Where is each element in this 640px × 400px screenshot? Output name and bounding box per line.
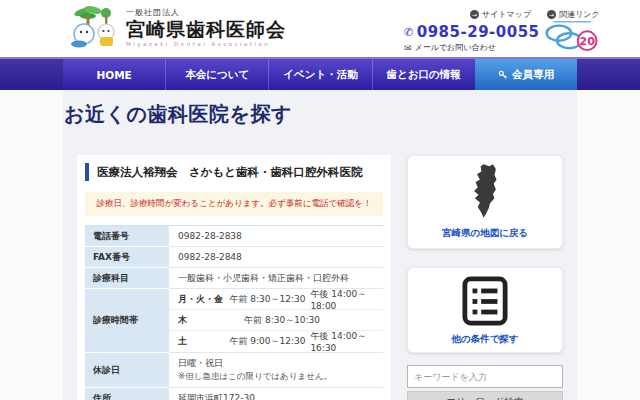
org-text: 一般社団法人 宮崎県歯科医師会 Miyazaki Dental Associat… [126, 7, 286, 47]
other-conditions-link[interactable]: 他の条件で探す [408, 333, 562, 346]
clinic-name-heading: 医療法人裕翔会 さかもと歯科・歯科口腔外科医院 [85, 163, 383, 181]
hours-days: 月・火・金 [178, 293, 229, 306]
conditions-list-icon [462, 276, 508, 326]
hours-row: 土 午前 9:00～12:30 午後 14:00～16:30 [169, 331, 383, 352]
miyazaki-map-icon [466, 162, 504, 220]
nav-tab-home[interactable]: HOME [63, 59, 165, 90]
key-icon [498, 70, 508, 80]
hours-days: 木 [178, 314, 244, 327]
row-label: FAX番号 [85, 247, 169, 268]
org-name: 宮崎県歯科医師会 [126, 18, 286, 40]
org-name-en: Miyazaki Dental Association [126, 41, 286, 47]
hours-am: 午前 8:30～10:30 [244, 314, 348, 327]
row-value: 日曜・祝日 ※但し急患はこの限りではありません。 [169, 353, 383, 388]
table-row-hours: 診療時間帯 月・火・金 午前 8:30～12:30 午後 14:00～18:00… [85, 289, 383, 353]
nav-tab-label: 歯とお口の情報 [387, 68, 461, 82]
clinic-notice: 診療日、診療時間が変わることがあります。必ず事前に電話で確認を！ [85, 192, 383, 216]
phone-link[interactable]: ✆ 0985-29-0055 [404, 23, 540, 41]
arrow-circle-icon: → [470, 10, 479, 19]
hours-row: 木 午前 8:30～10:30 [169, 310, 383, 331]
site-logo[interactable]: 一般社団法人 宮崎県歯科医師会 Miyazaki Dental Associat… [70, 4, 286, 50]
row-value: 延岡市浜町172-30 [169, 388, 383, 400]
hours-row: 月・火・金 午前 8:30～12:30 午後 14:00～18:00 [169, 289, 383, 310]
related-links-link[interactable]: → 関連リンク [547, 9, 600, 20]
table-row-address: 住所 延岡市浜町172-30 [85, 388, 383, 400]
nav-tab-label: 会員専用 [512, 68, 554, 82]
hours-am: 午前 8:30～12:30 [229, 293, 310, 306]
page: 一般社団法人 宮崎県歯科医師会 Miyazaki Dental Associat… [0, 0, 640, 400]
row-label: 診療科目 [85, 268, 169, 289]
main-nav: HOME 本会について イベント・活動 歯とお口の情報 会員専用 [0, 57, 640, 90]
row-label: 診療時間帯 [85, 289, 169, 353]
nav-tab-label: 本会について [185, 68, 249, 82]
closed-note: ※但し急患はこの限りではありません。 [178, 370, 374, 383]
svg-text:20: 20 [579, 35, 595, 48]
badge-8020: 20 [540, 20, 608, 56]
header-contact: ✆ 0985-29-0055 ✉ メールでお問い合わせ [404, 23, 540, 53]
nav-tab-label: HOME [96, 69, 131, 81]
nav-tab-label: イベント・活動 [283, 68, 357, 82]
hours-days: 土 [178, 335, 229, 348]
nav-tab-events[interactable]: イベント・活動 [268, 59, 371, 90]
nav-tabs: HOME 本会について イベント・活動 歯とお口の情報 会員専用 [63, 59, 577, 90]
row-label: 休診日 [85, 353, 169, 388]
hours-am: 午前 9:00～12:30 [229, 335, 310, 348]
mail-contact-label: メールでお問い合わせ [415, 42, 496, 53]
row-label: 電話番号 [85, 226, 169, 247]
table-row-phone: 電話番号 0982-28-2838 [85, 226, 383, 247]
org-prefix: 一般社団法人 [126, 7, 286, 18]
row-value: 月・火・金 午前 8:30～12:30 午後 14:00～18:00 木 午前 … [169, 289, 383, 353]
hours-pm: 午後 14:00～18:00 [310, 288, 374, 311]
sitemap-link-label: サイトマップ [482, 9, 531, 20]
mail-icon: ✉ [404, 43, 412, 53]
clinic-detail-table: 電話番号 0982-28-2838 FAX番号 0982-28-2848 診療科… [85, 225, 383, 400]
phone-number: 0985-29-0055 [417, 23, 540, 41]
related-links-label: 関連リンク [559, 9, 600, 20]
map-back-card[interactable]: 宮崎県の地図に戻る [407, 155, 563, 249]
nav-tab-members[interactable]: 会員専用 [475, 59, 577, 90]
row-value: 0982-28-2838 [169, 226, 383, 247]
mascot-logo-icon [70, 4, 122, 50]
row-label: 住所 [85, 388, 169, 400]
table-row-departments: 診療科目 一般歯科・小児歯科・矯正歯科・口腔外科 [85, 268, 383, 289]
page-title: お近くの歯科医院を探す [64, 101, 292, 128]
nav-tab-oral-info[interactable]: 歯とお口の情報 [372, 59, 475, 90]
row-value: 0982-28-2848 [169, 247, 383, 268]
table-row-closed: 休診日 日曜・祝日 ※但し急患はこの限りではありません。 [85, 353, 383, 388]
freeword-search-button[interactable]: フリーワード検索 [407, 391, 563, 400]
nav-tab-about[interactable]: 本会について [165, 59, 268, 90]
badge-8020-icon: 20 [540, 20, 608, 52]
sidebar: 宮崎県の地図に戻る 他の条件で探す フリーワード検索 [407, 155, 563, 400]
header-utility-links: → サイトマップ → 関連リンク [470, 9, 600, 20]
closed-days: 日曜・祝日 [178, 357, 374, 370]
table-row-fax: FAX番号 0982-28-2848 [85, 247, 383, 268]
other-conditions-card[interactable]: 他の条件で探す [407, 267, 563, 353]
arrow-circle-icon: → [547, 10, 556, 19]
clinic-detail-card: 医療法人裕翔会 さかもと歯科・歯科口腔外科医院 診療日、診療時間が変わることがあ… [77, 155, 391, 400]
row-value: 一般歯科・小児歯科・矯正歯科・口腔外科 [169, 268, 383, 289]
hours-pm: 午後 14:00～16:30 [310, 330, 374, 353]
mail-contact-link[interactable]: ✉ メールでお問い合わせ [404, 42, 540, 53]
site-header: 一般社団法人 宮崎県歯科医師会 Miyazaki Dental Associat… [0, 0, 640, 57]
phone-icon: ✆ [404, 26, 414, 39]
keyword-input[interactable] [407, 365, 563, 388]
sitemap-link[interactable]: → サイトマップ [470, 9, 531, 20]
map-back-link[interactable]: 宮崎県の地図に戻る [408, 227, 562, 240]
